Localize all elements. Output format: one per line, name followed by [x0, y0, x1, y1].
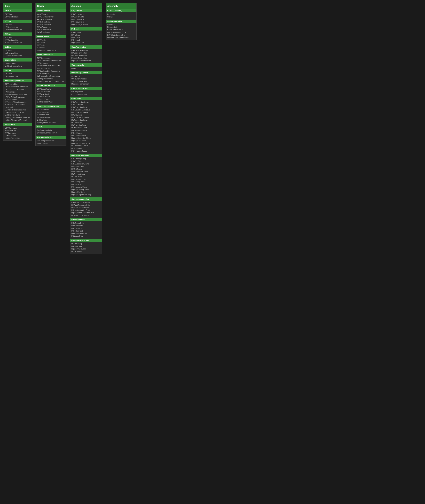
list-item: LVDisconnector — [37, 72, 65, 75]
list-item: LightingBusbarLine — [5, 137, 30, 140]
list-item: HVCable — [5, 24, 30, 26]
list-item: HVDisconnector — [37, 62, 65, 65]
list-item: CableDistributionBox — [107, 29, 135, 31]
list-item: LVSmallConnection — [37, 116, 65, 119]
list-item: LVCableTermination — [72, 57, 100, 59]
list-item: EHVDisconnector — [37, 57, 65, 59]
list-item: LVSurgeDiverter — [72, 21, 100, 23]
list-item: LightingBusbarPoint — [72, 232, 100, 235]
list-item: MVBusbarLine — [5, 132, 30, 134]
list-item: DCReturnConnectionPoint — [37, 132, 65, 134]
list-item: DCConnectionSleeve — [72, 144, 100, 147]
list-item: DCProtectionSleeve — [72, 150, 100, 152]
items-list-overheadlineclamp: EHVBondingClampEHVEndClampEHVSuspensionC… — [70, 157, 102, 197]
list-item: EHVHVTransformer — [37, 18, 65, 21]
list-item: LVInternalLine — [5, 106, 30, 109]
list-item: EHVConnectionSleeve — [72, 101, 100, 104]
section-header-hvline: HVLine — [3, 20, 32, 23]
list-item: DCCable — [5, 73, 30, 75]
list-item: LVFeeder — [37, 46, 65, 49]
list-item: MVInternalLine — [5, 98, 30, 101]
list-item: HVOilCableEndSleeve — [72, 116, 100, 119]
list-item: LVLVTransformer — [37, 31, 65, 34]
list-item: EHVFeeder — [37, 39, 65, 41]
list-item: LVCableLoop — [72, 245, 100, 248]
list-item: LightingPlantConnectionPoint — [72, 212, 100, 214]
list-item: LVFeederPanel — [37, 98, 65, 101]
section-header-componentjunction: ComponentJunction — [70, 239, 102, 242]
section-header-dcdevice: DCDevice — [36, 125, 66, 128]
items-list-busberjunction: EHVBusbarPointHVBusbarPointMVBusbarPoint… — [70, 221, 102, 238]
list-item: RippleControl — [37, 142, 65, 145]
list-item: EHVCircuitBreaker — [37, 88, 65, 90]
list-item: LVPlantConnectionPoint — [72, 209, 100, 212]
list-item: HVHVTransformer — [37, 21, 65, 23]
list-item: DCOverheadLine — [5, 75, 30, 78]
list-item: LVOverheadLine — [5, 52, 30, 54]
list-item: LVBusbarPoint — [72, 230, 100, 232]
items-list-customermeter: Meter — [70, 66, 102, 71]
items-list-flowcontroldevice: EHVDisconnectorEHVOverheadLineDisconnect… — [36, 56, 66, 84]
list-item: LightingFeedingInSwitch — [37, 49, 65, 52]
list-item: MVPlantConnectionPoint — [72, 206, 100, 209]
column-line: LineEHVLineEHVCableEHVOverheadLineHVLine… — [3, 3, 32, 141]
list-item: LVProtectionSleeve — [72, 134, 100, 137]
list-item: EHVInternalVirtualConnection — [5, 85, 30, 88]
list-item: EHVSurgeDiverter — [72, 13, 100, 16]
list-item: MVCable — [5, 36, 30, 39]
list-item: HVFeeder — [37, 41, 65, 44]
items-list-circuitcontroldevice: EHVCircuitBreakerHVCircuitBreakerMVCircu… — [36, 87, 66, 104]
items-list-sourceassembly: ProductionStorage — [106, 12, 136, 19]
list-item: MVEndSleeve — [72, 122, 100, 124]
list-item: EHVPlantVirtualConnection — [5, 88, 30, 91]
section-header-stationassembly: StationAssembly — [106, 20, 136, 23]
list-item: LightingPothead — [72, 41, 100, 44]
list-item: LVEndSleeve — [72, 132, 100, 134]
list-item: DCPlantConnectionPoint — [72, 214, 100, 217]
list-item: EHVCableTermination — [72, 49, 100, 52]
column-assembly: AssemblySourceAssemblyProductionStorageS… — [106, 3, 137, 40]
list-item: LVBusbarLine — [5, 134, 30, 137]
section-header-lightingline: LightingLine — [3, 58, 32, 61]
list-item: MVBondingClamp — [72, 173, 100, 176]
list-item: HVEndSleeve — [72, 114, 100, 116]
list-item: EHVOverheadLineDisconnector — [37, 59, 65, 62]
items-list-ehvline: EHVCableEHVOverheadLine — [3, 12, 32, 19]
items-list-transformerdevice: ACDCConverterEHVEHVTransformerEHVHVTrans… — [36, 12, 66, 35]
list-item: EHVPlantConnectionPoint — [72, 201, 100, 204]
list-item: HVBusbarPoint — [72, 224, 100, 227]
section-header-connectionjunction: ConnectionJunction — [70, 197, 102, 201]
list-item: LightingFeederPanel — [37, 101, 65, 103]
list-item: LightingSuspensionClamp — [72, 194, 100, 196]
list-item: LightingCable — [5, 62, 30, 65]
list-item: HVOverheadLineDisconnector — [37, 65, 65, 67]
list-item: EHVEndClamp — [72, 160, 100, 163]
list-item: MVOverheadLine — [5, 39, 30, 42]
column-junction: JunctionSurgeDiverterEHVSurgeDiverterHVS… — [70, 3, 102, 254]
section-header-overheadlineclamp: OverheadLineClamp — [70, 154, 102, 157]
items-list-lvline: LVCableLVOverheadLineLVInternalServiceLi… — [3, 49, 32, 58]
section-header-lvline: LVLine — [3, 45, 32, 49]
list-item: NetworkStation — [107, 26, 135, 29]
list-item: LVPothead — [72, 39, 100, 41]
list-item: PlcComponent — [72, 91, 100, 93]
list-item: GroundingTransformer — [37, 139, 65, 142]
column-device: DeviceTransformerDeviceACDCConverterEHVE… — [35, 3, 66, 146]
list-item: MVCableLoop — [72, 243, 100, 245]
list-item: EHVOilCableEndSleeve — [72, 109, 100, 111]
list-item: ACDCConverter — [37, 13, 65, 16]
section-header-cablejoint: CableJoint — [70, 97, 102, 100]
list-item: LightingPoint — [37, 119, 65, 121]
list-item: PlcCouplingElement — [72, 93, 100, 96]
list-item: LVCircuitBreaker — [37, 96, 65, 98]
list-item: LightingCableLoop — [72, 248, 100, 250]
list-item: LightingProtectionSleeve — [72, 142, 100, 145]
list-item: HVBondingClamp — [72, 165, 100, 168]
list-item: LightingSurgeDiverter — [72, 23, 100, 26]
list-item: HVInternalVirtualConnection — [5, 93, 30, 96]
section-header-feederdevice: FeederDevice — [36, 35, 66, 38]
list-item: MVBusbarPoint — [72, 227, 100, 230]
section-header-cabletermination: CableTermination — [70, 45, 102, 49]
list-item: MVCableTermination — [72, 54, 100, 57]
items-list-surgediverter: EHVSurgeDiverterHVSurgeDiverterMVSurgeDi… — [70, 12, 102, 27]
